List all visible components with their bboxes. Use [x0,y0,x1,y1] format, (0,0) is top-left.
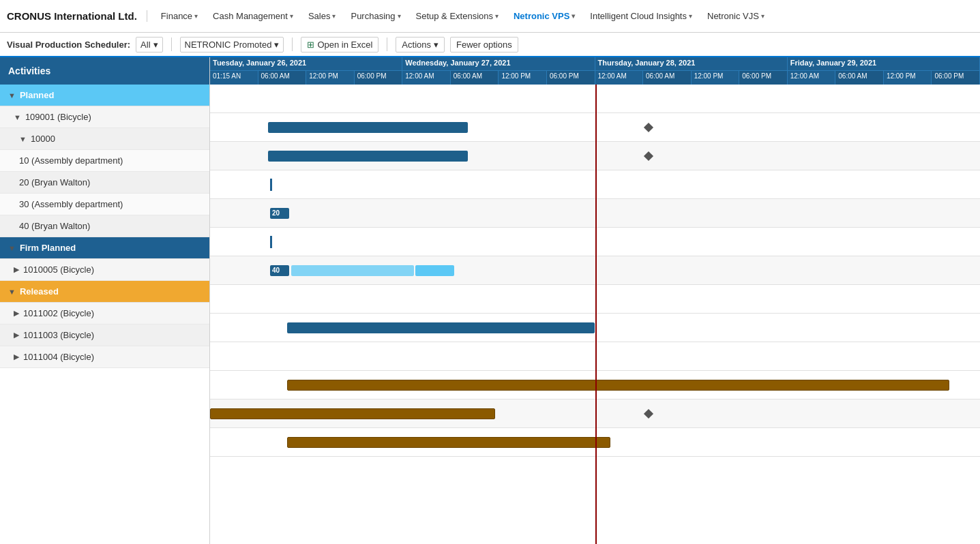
time-thu-4: 06:00 PM [739,71,788,85]
time-wed-1: 12:00 AM [402,71,451,85]
group-firm-planned[interactable]: ▼ Firm Planned [0,237,209,259]
item-1011002[interactable]: ▶ 1011002 (Bicycle) [0,303,209,324]
expand-1011004-icon: ▶ [14,352,19,361]
collapse-10000-icon: ▼ [19,135,27,143]
item-10-assembly[interactable]: 10 (Assembly department) [0,150,209,172]
gantt-body: 20 40 [210,85,980,544]
company-name: CRONUS International Ltd. [7,10,147,22]
collapse-firm-icon: ▼ [8,244,16,252]
fewer-options-button[interactable]: Fewer options [450,37,518,52]
expand-1011003-icon: ▶ [14,331,19,339]
time-fri-4: 06:00 PM [932,71,980,85]
date-tue: Tuesday, January 26, 2021 [210,57,402,70]
bar-10-assembly [270,179,272,191]
date-thu: Thursday, January 28, 2021 [595,57,788,70]
open-excel-button[interactable]: ⊞ Open in Excel [301,37,378,52]
time-thu-1: 12:00 AM [595,71,644,85]
date-row: Tuesday, January 26, 2021 Wednesday, Jan… [210,57,980,71]
time-wed-3: 12:00 PM [499,71,547,85]
time-tue-4: 06:00 PM [355,71,403,85]
toolbar-sep-3 [387,37,387,51]
bar-40-label: 40 [270,267,282,274]
excel-icon: ⊞ [307,40,314,50]
item-10000[interactable]: ▼ 10000 [0,128,209,150]
gantt-area: Tuesday, January 26, 2021 Wednesday, Jan… [210,57,980,544]
diamond-10000 [644,151,653,160]
time-tue-2: 06:00 AM [258,71,307,85]
item-1011004[interactable]: ▶ 1011004 (Bicycle) [0,346,209,368]
time-thu-2: 06:00 AM [643,71,692,85]
item-109001[interactable]: ▼ 109001 (Bicycle) [0,106,209,128]
time-tue-3: 12:00 PM [306,71,355,85]
nav-netronic-vps[interactable]: Netronic VPS ▾ [507,7,582,25]
nav-netronic-vjs[interactable]: Netronic VJS ▾ [700,7,771,25]
bar-40-dark[interactable]: 40 [270,265,289,276]
today-line [595,85,597,544]
nav-setup[interactable]: Setup & Extensions ▾ [409,7,505,25]
toolbar: Visual Production Scheduler: All ▾ NETRO… [0,33,980,57]
group-planned[interactable]: ▼ Planned [0,85,209,106]
time-tue-1: 01:15 AN [210,71,258,85]
date-fri: Friday, January 29, 2021 [788,57,980,70]
bar-40-right[interactable] [415,265,454,276]
nav-purchasing[interactable]: Purchasing ▾ [344,7,407,25]
item-30-assembly[interactable]: 30 (Assembly department) [0,194,209,215]
toolbar-sep-2 [292,37,293,51]
time-fri-3: 12:00 PM [884,71,932,85]
bar-1011002[interactable] [287,380,949,391]
item-1011003[interactable]: ▶ 1011003 (Bicycle) [0,324,209,346]
bar-40-light[interactable] [291,265,415,276]
time-fri-1: 12:00 AM [788,71,836,85]
time-thu-3: 12:00 PM [692,71,740,85]
collapse-109001-icon: ▼ [14,113,21,121]
group-released[interactable]: ▼ Released [0,281,209,303]
nav-sales[interactable]: Sales ▾ [301,7,343,25]
bar-30-assembly [270,236,272,248]
bar-20-label: 20 [270,209,282,217]
bar-1011004[interactable] [287,437,610,448]
filter-netronic[interactable]: NETRONIC Promoted ▾ [180,37,284,52]
date-wed: Wednesday, January 27, 2021 [402,57,595,70]
bar-1011003[interactable] [210,408,495,419]
sidebar-header: Activities [0,57,209,85]
bar-109001[interactable] [268,122,469,133]
filter-all[interactable]: All ▾ [136,37,162,52]
toolbar-label: Visual Production Scheduler: [7,40,130,50]
time-row: 01:15 AN 06:00 AM 12:00 PM 06:00 PM 12:0… [210,71,980,85]
actions-button[interactable]: Actions ▾ [396,37,445,52]
collapse-released-icon: ▼ [8,288,16,296]
time-wed-2: 06:00 AM [451,71,499,85]
top-nav: CRONUS International Ltd. Finance ▾ Cash… [0,0,980,33]
time-wed-4: 06:00 PM [547,71,595,85]
item-40-bryan[interactable]: 40 (Bryan Walton) [0,215,209,237]
expand-1010005-icon: ▶ [14,265,19,274]
nav-cash-management[interactable]: Cash Management ▾ [206,7,300,25]
bar-1010005[interactable] [287,322,595,333]
toolbar-sep-1 [171,37,172,51]
expand-1011002-icon: ▶ [14,309,19,318]
nav-intelligent-cloud[interactable]: Intelligent Cloud Insights ▾ [583,7,699,25]
gantt-header: Tuesday, January 26, 2021 Wednesday, Jan… [210,57,980,85]
time-fri-2: 06:00 AM [835,71,884,85]
collapse-planned-icon: ▼ [8,91,16,100]
nav-finance[interactable]: Finance ▾ [154,7,205,25]
bar-10000[interactable] [268,151,469,162]
nav-items: Finance ▾ Cash Management ▾ Sales ▾ Purc… [154,7,973,25]
diamond-109001 [644,122,653,132]
bar-20-bryan[interactable]: 20 [270,208,289,219]
item-1010005[interactable]: ▶ 1010005 (Bicycle) [0,259,209,281]
diamond-1011003 [644,408,653,418]
main-content: Activities ▼ Planned ▼ 109001 (Bicycle) … [0,57,980,544]
item-20-bryan[interactable]: 20 (Bryan Walton) [0,172,209,194]
sidebar: Activities ▼ Planned ▼ 109001 (Bicycle) … [0,57,210,544]
